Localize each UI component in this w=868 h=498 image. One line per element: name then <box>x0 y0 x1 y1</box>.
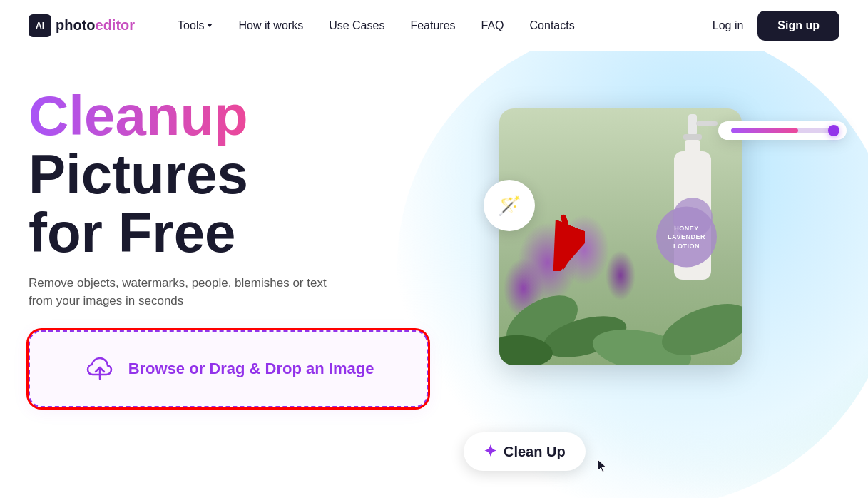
hero-left: Cleanup Picturesfor Free Remove objects,… <box>29 80 428 407</box>
hero-right: HONEY LAVENDER LOTION 🪄 <box>442 80 839 494</box>
magic-wand-icon: 🪄 <box>498 195 521 217</box>
nav-tools[interactable]: Tools <box>178 19 213 32</box>
nav-features[interactable]: Features <box>410 19 455 32</box>
nav-contacts[interactable]: Contacts <box>530 19 575 32</box>
chevron-down-icon <box>207 24 213 27</box>
hero-section: Cleanup Picturesfor Free Remove objects,… <box>0 51 868 498</box>
svg-rect-2 <box>683 134 702 140</box>
logo-icon: AI <box>29 14 51 37</box>
cleanup-button-label: Clean Up <box>504 444 566 460</box>
svg-marker-14 <box>598 459 606 472</box>
nav-auth: Log in Sign up <box>713 11 839 41</box>
red-arrow-icon <box>542 214 585 271</box>
svg-rect-3 <box>696 121 718 126</box>
magic-wand-button[interactable]: 🪄 <box>484 180 535 231</box>
svg-marker-13 <box>556 258 571 270</box>
login-button[interactable]: Log in <box>713 19 744 32</box>
leaves-svg <box>499 237 742 365</box>
nav-faq[interactable]: FAQ <box>481 19 504 32</box>
logo-text: photoeditor <box>56 17 135 34</box>
navbar: AI photoeditor Tools How it works Use Ca… <box>0 0 868 51</box>
hero-title: Cleanup Picturesfor Free <box>29 87 428 263</box>
cleanup-button[interactable]: ✦ Clean Up <box>464 432 586 471</box>
signup-button[interactable]: Sign up <box>757 11 839 41</box>
upload-icon <box>83 352 117 386</box>
nav-how-it-works[interactable]: How it works <box>238 19 303 32</box>
slider-track <box>731 128 834 133</box>
slider-control[interactable] <box>718 121 847 140</box>
sparkle-icon: ✦ <box>484 442 496 461</box>
slider-fill <box>731 128 798 133</box>
logo[interactable]: AI photoeditor <box>29 14 135 37</box>
hero-subtitle: Remove objects, watermarks, people, blem… <box>29 274 328 310</box>
product-image: HONEY LAVENDER LOTION <box>499 108 742 365</box>
nav-use-cases[interactable]: Use Cases <box>329 19 384 32</box>
nav-links: Tools How it works Use Cases Features FA… <box>178 19 713 32</box>
upload-label: Browse or Drag & Drop an Image <box>128 360 374 378</box>
upload-dropzone[interactable]: Browse or Drag & Drop an Image <box>29 330 428 407</box>
svg-rect-1 <box>688 114 697 136</box>
mouse-cursor-icon <box>595 458 611 474</box>
product-card: HONEY LAVENDER LOTION <box>499 108 742 365</box>
upload-icon-wrap <box>83 352 117 386</box>
slider-thumb <box>828 125 839 136</box>
